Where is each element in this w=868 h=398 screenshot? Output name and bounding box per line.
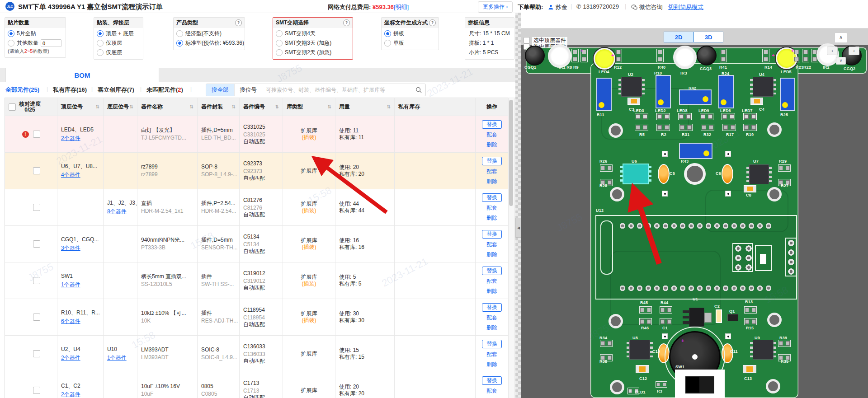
delete-button[interactable]: 删除: [479, 141, 505, 149]
radio-icon[interactable]: [276, 40, 283, 47]
radio-option[interactable]: 单板: [382, 37, 439, 47]
sort-icon[interactable]: ⇅: [275, 104, 279, 109]
column-header[interactable]: 用量⇅: [335, 98, 395, 116]
table-row[interactable]: U6、U7、U8...4个器件rz7899rz7899SOP-8SOP-8_L4…: [5, 153, 508, 189]
column-header[interactable]: 器件编号⇅: [240, 98, 283, 116]
search-icon[interactable]: [415, 87, 422, 93]
row-checkbox[interactable]: [33, 131, 40, 138]
component-count-link[interactable]: 1个器件: [61, 281, 99, 289]
table-row[interactable]: CGQ1、CGQ...3个器件940nm的NPN光...PT333-3B插件,D…: [5, 226, 508, 262]
help-icon[interactable]: ?: [429, 19, 436, 26]
component-count-link[interactable]: 2个器件: [61, 391, 99, 398]
radio-icon[interactable]: [97, 49, 104, 56]
pair-button[interactable]: 配套: [479, 387, 505, 395]
wechat-consult[interactable]: 微信咨询: [631, 3, 663, 11]
component-count-link[interactable]: 1个器件: [107, 354, 133, 362]
row-checkbox[interactable]: [33, 387, 40, 394]
radio-option[interactable]: SMT交期3天 (加急): [273, 37, 353, 47]
column-header[interactable]: 器件封装⇅: [198, 98, 240, 116]
sort-icon[interactable]: ⇅: [190, 104, 193, 109]
radio-option[interactable]: SMT交期2天 (加急): [273, 47, 353, 56]
mode-2d-button[interactable]: 2D: [664, 32, 693, 42]
delete-button[interactable]: 删除: [479, 178, 505, 185]
radio-icon[interactable]: [8, 40, 14, 47]
delete-button[interactable]: 删除: [479, 361, 505, 368]
radio-icon[interactable]: [176, 40, 183, 47]
table-row[interactable]: SW11个器件柄长5mm 直插双...SS-12D10L5插件SW-TH SS-…: [5, 262, 508, 299]
delete-button[interactable]: 删除: [479, 287, 505, 295]
filter-tab[interactable]: 全部元件(25): [5, 86, 39, 94]
row-checkbox[interactable]: [33, 350, 40, 357]
collapse-panel-button[interactable]: ∨: [836, 57, 846, 65]
radio-icon[interactable]: [276, 49, 283, 56]
pair-button[interactable]: 配套: [479, 277, 505, 285]
radio-icon[interactable]: [176, 30, 183, 37]
column-header[interactable]: 库类型⇅: [283, 98, 335, 116]
search-input[interactable]: [262, 87, 415, 93]
pair-button[interactable]: 配套: [479, 314, 505, 322]
mode-3d-button[interactable]: 3D: [693, 32, 723, 42]
delete-button[interactable]: 删除: [479, 251, 505, 258]
replace-button[interactable]: 替换: [482, 340, 502, 348]
sort-icon[interactable]: ⇅: [130, 104, 133, 109]
radio-icon[interactable]: [384, 40, 391, 47]
sort-icon[interactable]: ⇅: [328, 104, 331, 109]
component-count-link[interactable]: 2个器件: [61, 354, 99, 362]
radio-option[interactable]: SMT交期4天: [273, 28, 353, 37]
pager-next-button[interactable]: ›: [849, 47, 859, 55]
radio-icon[interactable]: [97, 40, 104, 47]
panel-divider[interactable]: [515, 13, 521, 398]
row-checkbox[interactable]: [33, 314, 40, 321]
replace-button[interactable]: 替换: [482, 120, 502, 129]
replace-button[interactable]: 替换: [482, 157, 502, 165]
filter-tab[interactable]: 嘉立创库存(7): [98, 86, 134, 94]
table-row[interactable]: !LED4、LED52个器件白灯 【发光】TJ-L5FCMYGTD...插件,D…: [5, 116, 508, 153]
radio-option[interactable]: 经济型(不支持): [174, 28, 245, 37]
column-header[interactable]: 器件名称⇅: [137, 98, 198, 116]
column-header[interactable]: 底层位号⇅: [104, 98, 137, 116]
delete-button[interactable]: 删除: [479, 324, 505, 332]
radio-option[interactable]: 5片全贴: [5, 28, 66, 37]
replace-button[interactable]: 替换: [482, 193, 502, 202]
column-header[interactable]: 顶层位号⇅: [57, 98, 104, 116]
help-icon[interactable]: ?: [235, 19, 242, 26]
select-top-components-checkbox[interactable]: 选中顶层器件: [524, 37, 567, 43]
help-icon[interactable]: ?: [343, 19, 350, 26]
select-all-checkbox[interactable]: [9, 103, 16, 111]
radio-icon[interactable]: [8, 30, 14, 37]
filter-tab[interactable]: 私有库存(16): [53, 86, 87, 94]
replace-button[interactable]: 替换: [482, 376, 502, 385]
radio-icon[interactable]: [276, 30, 283, 37]
replace-button[interactable]: 替换: [482, 230, 502, 239]
sort-icon[interactable]: ⇅: [232, 104, 236, 109]
radio-option[interactable]: 其他数量: [5, 37, 66, 47]
radio-option[interactable]: 仅底层: [94, 47, 143, 56]
replace-button[interactable]: 替换: [482, 303, 502, 312]
component-count-link[interactable]: 4个器件: [61, 171, 99, 179]
search-scope-designator[interactable]: 搜位号: [235, 84, 263, 96]
tab-bom[interactable]: BOM: [5, 68, 159, 82]
radio-option[interactable]: 拼板: [382, 28, 439, 37]
radio-icon[interactable]: [97, 30, 104, 37]
table-scrollbar[interactable]: [508, 98, 515, 398]
component-count-link[interactable]: 2个器件: [61, 135, 99, 142]
row-checkbox[interactable]: [33, 204, 40, 211]
component-count-link[interactable]: 6个器件: [61, 318, 99, 325]
row-checkbox[interactable]: [33, 277, 40, 284]
table-row[interactable]: J1、J2、J3、...8个器件直插HDR-M-2.54_1x1插件,P=2.5…: [5, 189, 508, 226]
sort-icon[interactable]: ⇅: [387, 104, 391, 109]
table-scrollbar-thumb[interactable]: [509, 100, 513, 206]
component-count-link[interactable]: 8个器件: [107, 208, 133, 215]
table-row[interactable]: R10、R11、R...6个器件10kΩ ±10% 【可...10K插件RES-…: [5, 299, 508, 336]
table-row[interactable]: C1、C22个器件10uF ±10% 16V10uF0805C0805C1713…: [5, 372, 508, 398]
replace-button[interactable]: 替换: [482, 267, 502, 275]
row-checkbox[interactable]: [33, 167, 40, 174]
more-actions-button[interactable]: 更多操作 ›: [478, 1, 513, 13]
pair-button[interactable]: 配套: [479, 351, 505, 358]
radio-option[interactable]: 仅顶层: [94, 37, 143, 47]
collapse-toolbar-button[interactable]: ∧: [835, 33, 847, 43]
pager-prev-button[interactable]: ‹: [827, 47, 838, 55]
pair-button[interactable]: 配套: [479, 131, 505, 139]
pair-button[interactable]: 配套: [479, 204, 505, 212]
table-row[interactable]: U2、U42个器件U101个器件LM393ADTLM393ADTSOIC-8SO…: [5, 336, 508, 372]
